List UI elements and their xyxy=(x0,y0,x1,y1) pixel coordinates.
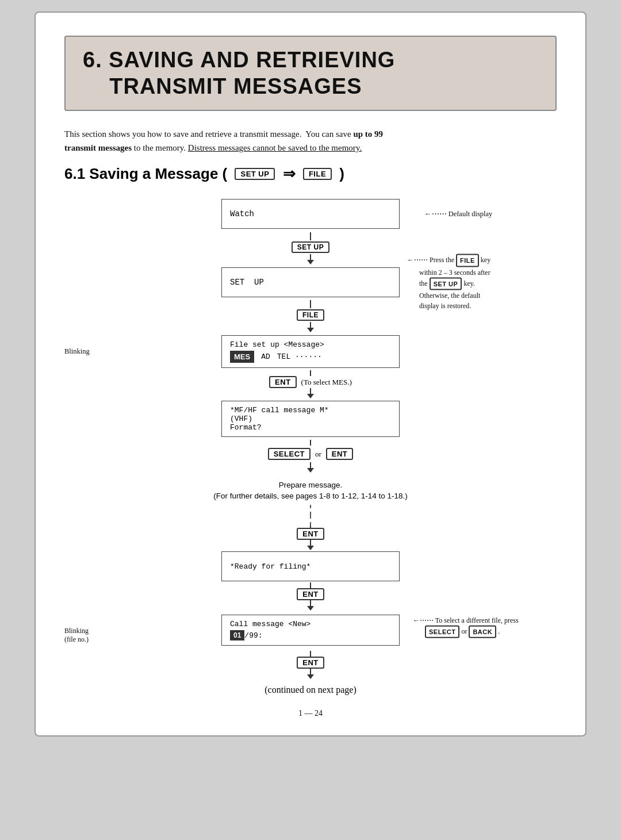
annotation-text: Default display xyxy=(448,210,493,218)
ent-select-mes-group: ENT (To select MES.) xyxy=(64,370,557,398)
subsection-number-label: 6.1 Saving a Message ( xyxy=(64,165,231,183)
prepare-line1: Prepare message. xyxy=(213,481,408,489)
section-title: 6. SAVING AND RETRIEVING TRANSMIT MESSAG… xyxy=(83,47,538,99)
ann-otherwise: Otherwise, the default xyxy=(407,291,480,300)
mfhf-row: *MF/HF call message M* (VHF) Format? xyxy=(64,400,557,438)
arrow-line-4 xyxy=(310,322,311,328)
file-arrow-group: FILE xyxy=(297,300,324,332)
ann-select-btn-wrap xyxy=(413,627,425,635)
callmsg-row: Call message <New> 01 /99: Blinking(file… xyxy=(64,612,557,649)
mfhf-display-box: *MF/HF call message M* (VHF) Format? xyxy=(221,401,400,437)
ann-arrow: ←⋯⋯ xyxy=(407,256,430,264)
select-key-ann: SELECT xyxy=(425,626,459,639)
ann-press: Press the xyxy=(430,256,456,264)
ent4-group: ENT xyxy=(297,582,324,611)
arrow-triangle-7 xyxy=(307,674,314,679)
file-number-01: 01 xyxy=(230,630,244,640)
callmsg-display-box: Call message <New> 01 /99: xyxy=(221,615,400,646)
watch-display-box: Watch xyxy=(221,199,400,229)
mes-block: MES xyxy=(230,351,254,363)
setup-display-box: SET UP xyxy=(221,267,400,297)
to-select-mes-label: (To select MES.) xyxy=(301,378,352,387)
file-key-ann: FILE xyxy=(456,254,479,267)
subsection-title: 6.1 Saving a Message ( SET UP ⇒ FILE ) xyxy=(64,165,557,183)
annotation-arrow: ←⋯⋯ xyxy=(424,210,448,218)
continued-text: (continued on next page) xyxy=(264,685,356,695)
arrow-line-3 xyxy=(310,300,311,308)
mf-line1: *MF/HF call message M* xyxy=(230,406,391,415)
arrow-line-1 xyxy=(310,232,311,240)
ann-restored: display is restored. xyxy=(407,302,471,310)
ann-within: within 2 – 3 seconds after xyxy=(407,268,490,276)
mf-line3: Format? xyxy=(230,423,391,432)
setup-key-title: SET UP xyxy=(235,168,275,180)
default-display-annotation: ←⋯⋯ Default display xyxy=(424,209,557,220)
blinking-label-1: Blinking xyxy=(64,347,90,356)
ent-select-row: ENT (To select MES.) xyxy=(269,376,352,388)
mf-line2: (VHF) xyxy=(230,415,391,423)
ent-key-3: ENT xyxy=(297,528,324,540)
dashed-line-1 xyxy=(310,505,311,515)
dashed-ent-group: ENT xyxy=(297,505,324,550)
setup-display-row: SET UP ←⋯⋯ Press the FILE key within 2 –… xyxy=(64,266,557,299)
watch-row: Watch ←⋯⋯ Default display xyxy=(64,197,557,231)
ann-or-2: or xyxy=(459,627,469,635)
arrow-line-11 xyxy=(310,582,311,588)
ad-text: AD xyxy=(261,352,270,361)
fileset-line2: MES AD TEL ······ xyxy=(230,351,391,363)
ready-text: *Ready for filing* xyxy=(230,562,391,571)
arrow-line-13 xyxy=(310,651,311,657)
arrow-triangle-1 xyxy=(307,260,314,264)
select-ent-key-row: SELECT or ENT xyxy=(268,448,354,460)
or-label: or xyxy=(315,450,321,459)
arrow-triangle-6 xyxy=(307,606,314,611)
flow-diagram: Watch ←⋯⋯ Default display SET UP SET UP … xyxy=(64,197,557,695)
arrow-line-8 xyxy=(310,462,311,468)
arrow-triangle-4 xyxy=(307,468,314,473)
select-ent-group: SELECT or ENT xyxy=(268,440,354,473)
arrow-line-12 xyxy=(310,600,311,606)
setup-display-text: SET UP xyxy=(230,278,391,287)
arrow-triangle-5 xyxy=(307,546,314,550)
arrow-line-2 xyxy=(310,254,311,260)
ready-display-box: *Ready for filing* xyxy=(221,551,400,581)
fileset-line1: File set up <Message> xyxy=(230,340,391,349)
close-paren: ) xyxy=(335,165,344,183)
arrow-line-14 xyxy=(310,669,311,674)
blinking-label-2: Blinking(file no.) xyxy=(64,627,89,644)
distress-note: Distress messages cannot be saved to the… xyxy=(188,143,362,152)
ent-key-2: ENT xyxy=(326,448,354,460)
page-number: 1 — 24 xyxy=(64,709,557,718)
prepare-message-group: Prepare message. (For further details, s… xyxy=(213,478,408,503)
ent-key-1: ENT xyxy=(269,376,297,388)
select-key: SELECT xyxy=(268,448,310,460)
file-key-flow: FILE xyxy=(297,309,324,321)
file-number-rest: /99: xyxy=(244,631,262,640)
call-line1: Call message <New> xyxy=(230,620,391,628)
file-key-title: FILE xyxy=(303,168,332,180)
arrow-line-5 xyxy=(310,370,311,376)
section-header: 6. SAVING AND RETRIEVING TRANSMIT MESSAG… xyxy=(64,36,557,111)
ent5-group: ENT xyxy=(297,651,324,679)
tel-text: TEL ······ xyxy=(277,352,322,361)
ann-to-select: ←⋯⋯ To select a different file, press xyxy=(413,616,519,624)
ann-period: . xyxy=(496,627,500,635)
ready-row: *Ready for filing* xyxy=(64,551,557,581)
arrow-triangle-3 xyxy=(307,394,314,398)
page-container: 6. SAVING AND RETRIEVING TRANSMIT MESSAG… xyxy=(34,11,586,737)
dashed-line-2 xyxy=(310,515,311,526)
arrow-line-10 xyxy=(310,540,311,546)
setup-key-flow: SET UP xyxy=(292,241,329,253)
arrow-line-6 xyxy=(310,388,311,394)
prepare-line2: (For further details, see pages 1-8 to 1… xyxy=(213,492,408,500)
file-key-annotation: ←⋯⋯ Press the FILE key within 2 – 3 seco… xyxy=(407,254,557,311)
fileset-display-box: File set up <Message> MES AD TEL ······ xyxy=(221,335,400,368)
ent-key-5: ENT xyxy=(297,657,324,669)
bold-transmit-messages: transmit messages xyxy=(64,143,132,152)
continued-row: (continued on next page) xyxy=(264,685,356,695)
ann-key-label: key xyxy=(479,256,490,264)
watch-text: Watch xyxy=(230,209,391,218)
ent-key-4: ENT xyxy=(297,588,324,600)
select-different-annotation: ←⋯⋯ To select a different file, press SE… xyxy=(413,615,557,639)
back-key-ann: BACK xyxy=(469,626,496,639)
